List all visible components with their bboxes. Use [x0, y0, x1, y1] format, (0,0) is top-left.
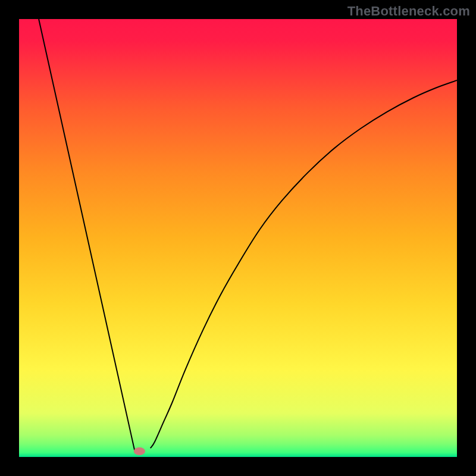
minimum-marker	[134, 447, 145, 455]
plot-background	[19, 19, 457, 457]
chart-outer-frame: TheBottleneck.com	[0, 0, 476, 476]
bottleneck-chart	[19, 19, 457, 457]
attribution-text: TheBottleneck.com	[347, 4, 470, 19]
